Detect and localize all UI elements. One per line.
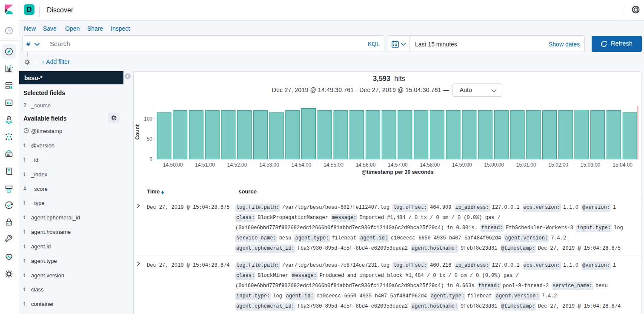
svg-text:15:01:00: 15:01:00 [516, 162, 536, 168]
svg-text:15:02:00: 15:02:00 [548, 162, 568, 168]
svg-text:14:58:00: 14:58:00 [420, 162, 440, 168]
svg-text:14:59:00: 14:59:00 [452, 162, 472, 168]
svg-text:100: 100 [144, 116, 152, 122]
svg-text:15:03:00: 15:03:00 [581, 162, 601, 168]
svg-text:Count: Count [135, 124, 140, 140]
svg-text:15:00:00: 15:00:00 [484, 162, 504, 168]
svg-text:14:55:00: 14:55:00 [323, 162, 343, 168]
svg-text:50: 50 [147, 136, 153, 142]
svg-text:14:56:00: 14:56:00 [356, 162, 376, 168]
svg-text:14:50:00: 14:50:00 [163, 162, 183, 168]
svg-text:0: 0 [149, 156, 152, 162]
svg-text:14:54:00: 14:54:00 [292, 162, 312, 168]
svg-text:15:04:00: 15:04:00 [613, 162, 633, 168]
svg-text:14:53:00: 14:53:00 [259, 162, 279, 168]
svg-text:@timestamp per 30 seconds: @timestamp per 30 seconds [361, 169, 433, 175]
svg-text:14:52:00: 14:52:00 [227, 162, 247, 168]
svg-text:14:51:00: 14:51:00 [195, 162, 215, 168]
svg-text:14:57:00: 14:57:00 [388, 162, 408, 168]
